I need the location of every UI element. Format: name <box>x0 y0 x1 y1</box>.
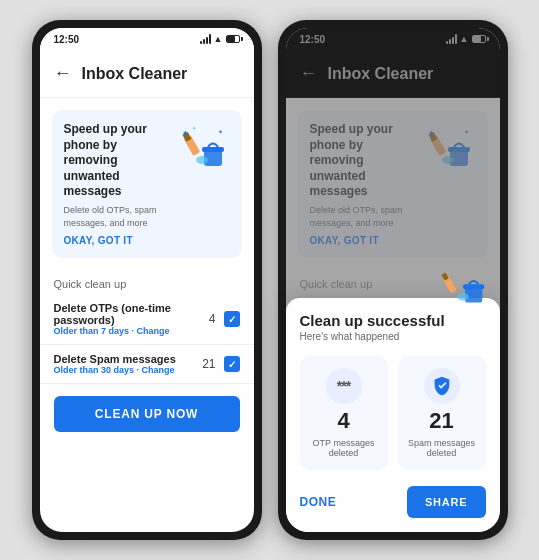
cleanup-button-label-left: CLEAN UP NOW <box>95 407 198 421</box>
signal-icon <box>200 34 211 44</box>
shield-stat-icon <box>424 368 460 404</box>
spam-checkbox-left[interactable] <box>224 356 240 372</box>
spam-item-left: Delete Spam messages Older than 30 days … <box>40 345 254 384</box>
promo-card-left: Speed up your phone by removing unwanted… <box>52 110 242 258</box>
battery-icon <box>226 35 240 43</box>
otp-stat-label: OTP messages deleted <box>308 438 380 458</box>
svg-rect-1 <box>202 147 224 152</box>
otp-title-left: Delete OTPs (one-time passwords) <box>54 302 209 326</box>
svg-point-2 <box>196 156 208 164</box>
left-phone: 12:50 ▲ ← Inbox Cleaner Speed up your ph… <box>32 20 262 540</box>
section-title-left: Quick clean up <box>40 270 254 294</box>
promo-illustration-left: ✦ ✦ ✦ <box>178 122 230 174</box>
otp-item-left: Delete OTPs (one-time passwords) Older t… <box>40 294 254 345</box>
spam-change-link-left[interactable]: Change <box>142 365 175 375</box>
svg-point-17 <box>457 293 469 301</box>
spam-stat-label: Spam messages deleted <box>406 438 478 458</box>
otp-sub-left: Older than 7 days · Change <box>54 326 209 336</box>
otp-checkbox-left[interactable] <box>224 311 240 327</box>
done-button[interactable]: DONE <box>300 495 337 509</box>
header-title-left: Inbox Cleaner <box>82 65 188 83</box>
overlay-subtitle: Here's what happened <box>300 331 486 342</box>
time-left: 12:50 <box>54 34 80 45</box>
back-button-left[interactable]: ← <box>54 63 72 84</box>
left-screen: 12:50 ▲ ← Inbox Cleaner Speed up your ph… <box>40 28 254 532</box>
okay-got-it-button-left[interactable]: OKAY, GOT IT <box>64 235 170 246</box>
right-screen: 12:50 ▲ ← Inbox Cleaner Speed up your ph… <box>286 28 500 532</box>
wifi-icon: ▲ <box>214 34 223 44</box>
left-header: ← Inbox Cleaner <box>40 50 254 98</box>
svg-text:✦: ✦ <box>218 129 223 135</box>
cleanup-button-left[interactable]: CLEAN UP NOW <box>54 396 240 432</box>
otp-change-link-left[interactable]: Change <box>137 326 170 336</box>
status-bar-left: 12:50 ▲ <box>40 28 254 50</box>
svg-text:✦: ✦ <box>182 129 189 138</box>
overlay-illustration <box>440 268 490 322</box>
otp-content-left: Delete OTPs (one-time passwords) Older t… <box>54 302 209 336</box>
share-button-label: SHARE <box>425 496 468 508</box>
promo-desc-left: Delete old OTPs, spam messages, and more <box>64 204 170 229</box>
spam-content-left: Delete Spam messages Older than 30 days … <box>54 353 203 375</box>
promo-text-left: Speed up your phone by removing unwanted… <box>64 122 170 246</box>
spam-count-left: 21 <box>202 357 215 371</box>
otp-stat-number: 4 <box>337 408 349 434</box>
spam-title-left: Delete Spam messages <box>54 353 203 365</box>
share-button[interactable]: SHARE <box>407 486 486 518</box>
spam-sub-left: Older than 30 days · Change <box>54 365 203 375</box>
svg-rect-16 <box>463 284 484 289</box>
success-overlay: Clean up successful Here's what happened… <box>286 298 500 532</box>
otp-stat-icon: *** <box>326 368 362 404</box>
svg-text:✦: ✦ <box>192 125 196 131</box>
overlay-actions: DONE SHARE <box>300 486 486 518</box>
spam-stat-number: 21 <box>429 408 453 434</box>
stats-row: *** 4 OTP messages deleted 21 Spam messa… <box>300 356 486 470</box>
otp-stat-card: *** 4 OTP messages deleted <box>300 356 388 470</box>
spam-stat-card: 21 Spam messages deleted <box>398 356 486 470</box>
otp-count-left: 4 <box>209 312 216 326</box>
status-icons-left: ▲ <box>200 34 240 44</box>
right-phone: 12:50 ▲ ← Inbox Cleaner Speed up your ph… <box>278 20 508 540</box>
promo-title-left: Speed up your phone by removing unwanted… <box>64 122 170 200</box>
